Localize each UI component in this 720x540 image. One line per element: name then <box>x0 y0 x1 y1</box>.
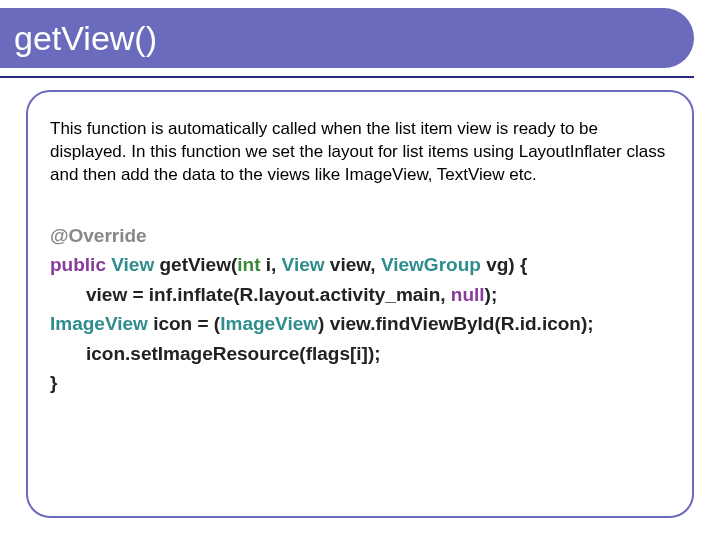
seticon: icon.setImageResource(flags[i]); <box>86 343 381 364</box>
header-divider <box>0 76 694 78</box>
slide-title: getView() <box>14 19 157 58</box>
type-view-2: View <box>282 254 325 275</box>
imgv-d: ) view.findViewById(R.id.icon); <box>318 313 594 334</box>
code-line-annotation: @Override <box>50 221 670 250</box>
content-box: This function is automatically called wh… <box>26 90 694 518</box>
kw-public: public <box>50 254 106 275</box>
inflate-b: ); <box>485 284 498 305</box>
method-name: getView( <box>154 254 237 275</box>
param-vg: vg) { <box>481 254 527 275</box>
kw-int: int <box>237 254 260 275</box>
annotation-override: @Override <box>50 225 147 246</box>
description-text: This function is automatically called wh… <box>50 118 670 187</box>
kw-null: null <box>451 284 485 305</box>
type-view: View <box>111 254 154 275</box>
imgv-a: ImageView <box>50 313 148 334</box>
slide-header: getView() <box>0 8 694 68</box>
imgv-c: ImageView <box>220 313 318 334</box>
code-line-close: } <box>50 368 670 397</box>
code-line-seticon: icon.setImageResource(flags[i]); <box>50 339 670 368</box>
code-block: @Override public View getView(int i, Vie… <box>50 221 670 398</box>
imgv-b: icon = ( <box>148 313 220 334</box>
code-line-inflate: view = inf.inflate(R.layout.activity_mai… <box>50 280 670 309</box>
param-view: view, <box>325 254 381 275</box>
code-line-signature: public View getView(int i, View view, Vi… <box>50 250 670 279</box>
code-line-imageview: ImageView icon = (ImageView) view.findVi… <box>50 309 670 338</box>
param-i: i, <box>260 254 281 275</box>
inflate-a: view = inf.inflate(R.layout.activity_mai… <box>86 284 451 305</box>
close-brace: } <box>50 372 57 393</box>
type-viewgroup: ViewGroup <box>381 254 481 275</box>
